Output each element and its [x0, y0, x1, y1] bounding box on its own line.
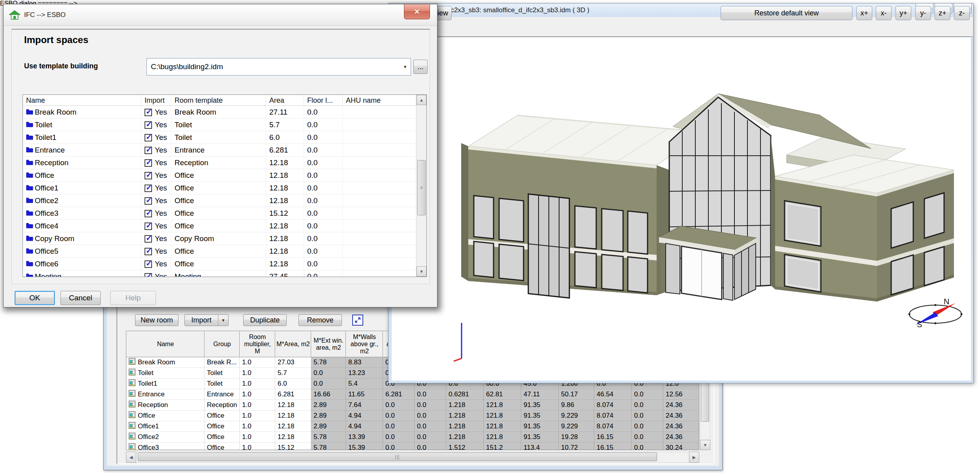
value-cell[interactable]: 12.18 — [275, 421, 311, 432]
column-header[interactable]: Name — [23, 95, 141, 106]
import-checkbox[interactable]: ✓ — [145, 260, 152, 268]
import-checkbox[interactable]: ✓ — [145, 172, 152, 179]
help-button[interactable]: Help — [110, 291, 156, 305]
column-header[interactable]: Room template — [171, 95, 266, 106]
import-checkbox[interactable]: ✓ — [145, 109, 152, 116]
import-space-row[interactable]: Office1✓YesOffice12.180.0 — [23, 182, 426, 194]
value-cell[interactable]: 1.0 — [240, 432, 275, 443]
import-space-row[interactable]: Entrance✓YesEntrance6.2810.0 — [23, 144, 426, 156]
room-name-cell[interactable]: Office2 — [126, 432, 205, 443]
import-checkbox[interactable]: ✓ — [145, 248, 152, 255]
import-space-row[interactable]: Copy Room✓YesCopy Room12.180.0 — [23, 232, 426, 245]
axis-button-xminus[interactable]: x- — [876, 6, 892, 20]
import-space-row[interactable]: Office3✓YesOffice15.120.0 — [23, 207, 426, 220]
axis-button-yminus[interactable]: y- — [915, 6, 931, 20]
vscroll-thumb[interactable]: ≡ — [417, 160, 426, 215]
duplicate-button[interactable]: Duplicate — [243, 314, 287, 326]
import-space-row[interactable]: Office4✓YesOffice12.180.0 — [23, 220, 426, 232]
column-header[interactable]: Group — [205, 331, 240, 357]
value-cell[interactable]: Entrance — [205, 389, 240, 400]
import-checkbox[interactable]: ✓ — [145, 235, 152, 243]
axis-button-xplus[interactable]: x+ — [856, 6, 872, 20]
value-cell[interactable]: 27.03 — [275, 357, 311, 368]
value-cell[interactable]: 1.0 — [240, 357, 275, 368]
value-cell[interactable]: 6.281 — [275, 389, 311, 400]
remove-button[interactable]: Remove — [299, 314, 342, 326]
value-cell[interactable]: Toilet — [205, 379, 240, 389]
value-cell[interactable]: 1.0 — [240, 443, 275, 450]
room-name-cell[interactable]: Office — [126, 411, 205, 421]
scroll-down-icon[interactable]: ▼ — [700, 440, 710, 450]
column-header[interactable]: Room multiplier, M — [240, 331, 275, 357]
value-cell[interactable]: Office — [205, 432, 240, 443]
combo-dropdown-icon[interactable]: ▼ — [400, 64, 411, 69]
value-cell[interactable]: 1.0 — [240, 421, 275, 432]
column-header[interactable]: AHU name — [343, 95, 416, 106]
value-cell[interactable]: 6.0 — [275, 379, 311, 389]
room-name-cell[interactable]: Break Room — [126, 357, 205, 368]
room-name-cell[interactable]: Office1 — [126, 421, 205, 432]
room-row[interactable]: OfficeOffice1.012.182.894.940.00.01.2181… — [126, 411, 699, 421]
scroll-right-icon[interactable]: ▶ — [689, 452, 699, 463]
room-name-cell[interactable]: Toilet1 — [126, 379, 205, 389]
hscroll-thumb[interactable]: ||| — [138, 452, 657, 461]
value-cell[interactable]: Office — [205, 421, 240, 432]
value-cell[interactable]: 12.18 — [275, 411, 311, 421]
room-row[interactable]: Office2Office1.012.185.7813.390.00.01.21… — [126, 432, 699, 443]
column-header[interactable]: M*Ext win. area, m2 — [311, 331, 346, 357]
scroll-down-icon[interactable]: ▼ — [417, 266, 426, 277]
room-row[interactable]: ReceptionReception1.012.182.897.640.00.0… — [126, 400, 699, 411]
scroll-left-icon[interactable]: ◀ — [126, 452, 136, 463]
room-row[interactable]: EntranceEntrance1.06.28116.6611.656.2810… — [126, 389, 699, 400]
value-cell[interactable]: 5.7 — [275, 368, 311, 379]
import-space-row[interactable]: Break Room✓YesBreak Room27.110.0 — [23, 106, 426, 119]
browse-button[interactable]: ... — [413, 60, 428, 74]
import-button[interactable]: Import ▼ — [184, 314, 229, 326]
dialog-titlebar[interactable]: IFC --> ESBO — [4, 4, 437, 26]
value-cell[interactable]: Break R... — [205, 357, 240, 368]
column-header[interactable]: M*Walls above gr., m2 — [346, 331, 383, 357]
dialog-close-button[interactable]: ✕ — [404, 4, 430, 19]
import-space-row[interactable]: Office6✓YesOffice12.180.0 — [23, 258, 426, 270]
column-header[interactable]: Floor l... — [304, 95, 343, 106]
import-checkbox[interactable]: ✓ — [145, 222, 152, 230]
import-space-row[interactable]: Office✓YesOffice12.180.0 — [23, 169, 426, 182]
viewer-3d-canvas[interactable]: N S — [392, 37, 971, 381]
room-name-cell[interactable]: Reception — [126, 400, 205, 411]
import-space-row[interactable]: Toilet1✓YesToilet6.00.0 — [23, 131, 426, 144]
import-checkbox[interactable]: ✓ — [145, 273, 152, 277]
import-checkbox[interactable]: ✓ — [145, 159, 152, 167]
value-cell[interactable]: 15.12 — [275, 443, 311, 450]
value-cell[interactable]: 1.0 — [240, 389, 275, 400]
import-checkbox[interactable]: ✓ — [145, 134, 152, 141]
value-cell[interactable]: Office — [205, 443, 240, 450]
value-cell[interactable]: Office — [205, 411, 240, 421]
value-cell[interactable]: 1.0 — [240, 400, 275, 411]
column-header[interactable]: Area — [266, 95, 304, 106]
rooms-table-hscrollbar[interactable]: ◀ ||| ▶ — [126, 452, 699, 463]
value-cell[interactable]: 12.18 — [275, 400, 311, 411]
value-cell[interactable]: Reception — [205, 400, 240, 411]
restore-default-view-button[interactable]: Restore default view — [721, 6, 852, 20]
import-checkbox[interactable]: ✓ — [145, 197, 152, 205]
room-row[interactable]: Office1Office1.012.182.894.940.00.01.218… — [126, 421, 699, 432]
import-space-row[interactable]: Toilet✓YesToilet5.70.0 — [23, 119, 426, 131]
import-table-vscrollbar[interactable]: ▲ ≡ ▼ — [416, 95, 426, 277]
import-space-row[interactable]: Office5✓YesOffice12.180.0 — [23, 245, 426, 258]
new-room-button[interactable]: New room — [135, 314, 178, 326]
column-header[interactable]: M*Area, m2 — [275, 331, 311, 357]
import-checkbox[interactable]: ✓ — [145, 185, 152, 192]
scroll-up-icon[interactable]: ▲ — [417, 95, 426, 105]
value-cell[interactable]: Toilet — [205, 368, 240, 379]
ok-button[interactable]: OK — [15, 291, 55, 305]
import-space-row[interactable]: Meeting✓YesMeeting27.450.0 — [23, 270, 426, 277]
axis-button-zminus[interactable]: z- — [954, 6, 970, 20]
room-name-cell[interactable]: Office3 — [126, 443, 205, 450]
import-checkbox[interactable]: ✓ — [145, 210, 152, 217]
import-space-row[interactable]: Office2✓YesOffice12.180.0 — [23, 194, 426, 207]
room-row[interactable]: Office3Office1.015.125.7815.390.00.01.51… — [126, 443, 699, 450]
column-header[interactable]: Name — [126, 331, 205, 357]
import-spaces-table[interactable]: NameImportRoom templateAreaFloor l...AHU… — [23, 94, 427, 277]
value-cell[interactable]: 1.0 — [240, 368, 275, 379]
axis-button-yplus[interactable]: y+ — [896, 6, 911, 20]
